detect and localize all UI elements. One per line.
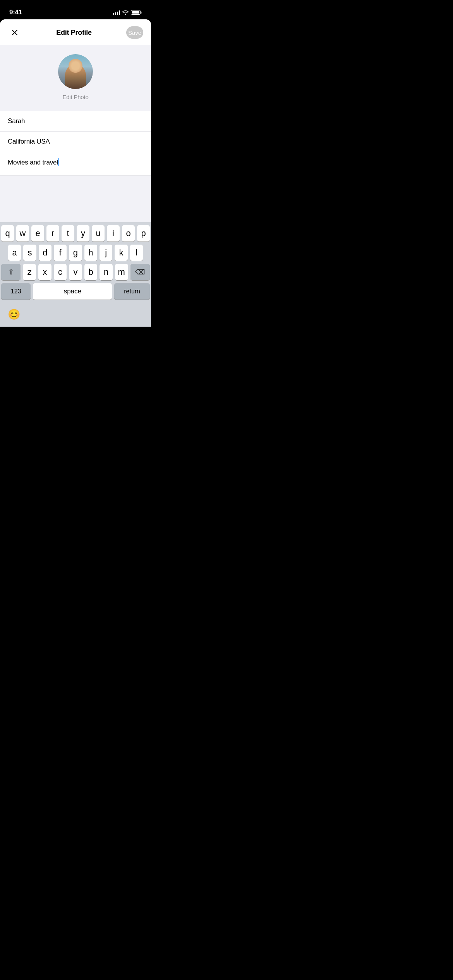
return-key[interactable]: return xyxy=(114,283,150,300)
key-v[interactable]: v xyxy=(69,264,82,280)
key-x[interactable]: x xyxy=(38,264,51,280)
key-i[interactable]: i xyxy=(107,225,120,242)
delete-key[interactable]: ⌫ xyxy=(130,264,150,280)
key-z[interactable]: z xyxy=(23,264,36,280)
key-d[interactable]: d xyxy=(39,245,51,261)
signal-icon xyxy=(113,10,120,15)
key-l[interactable]: l xyxy=(130,245,143,261)
emoji-icon: 😊 xyxy=(8,308,20,320)
profile-section: Edit Photo xyxy=(0,45,151,111)
page-title: Edit Profile xyxy=(56,29,91,37)
key-s[interactable]: s xyxy=(23,245,36,261)
keyboard: q w e r t y u i o p a s d f g h j k l ⇧ … xyxy=(0,222,151,304)
key-p[interactable]: p xyxy=(137,225,150,242)
status-bar: 9:41 xyxy=(0,0,151,19)
header: Edit Profile Save xyxy=(0,19,151,45)
key-u[interactable]: u xyxy=(92,225,105,242)
emoji-button[interactable]: 😊 xyxy=(6,307,22,322)
empty-area xyxy=(0,176,151,222)
home-indicator xyxy=(0,324,151,327)
key-a[interactable]: a xyxy=(8,245,21,261)
key-o[interactable]: o xyxy=(122,225,135,242)
name-input[interactable] xyxy=(8,117,143,125)
key-k[interactable]: k xyxy=(115,245,127,261)
location-input[interactable] xyxy=(8,138,143,146)
edit-photo-label[interactable]: Edit Photo xyxy=(62,94,88,100)
key-w[interactable]: w xyxy=(16,225,29,242)
numbers-key[interactable]: 123 xyxy=(1,283,31,300)
key-e[interactable]: e xyxy=(31,225,44,242)
key-f[interactable]: f xyxy=(54,245,67,261)
bio-field-row: Movies and travel xyxy=(0,152,151,176)
battery-icon xyxy=(131,10,142,15)
save-label: Save xyxy=(128,29,141,36)
status-time: 9:41 xyxy=(9,9,22,16)
shift-key[interactable]: ⇧ xyxy=(1,264,21,280)
name-field-row xyxy=(0,111,151,132)
main-sheet: Edit Profile Save Edit Photo Movies and … xyxy=(0,19,151,327)
close-button[interactable] xyxy=(8,26,22,39)
bio-input[interactable]: Movies and travel xyxy=(8,158,143,169)
wifi-icon xyxy=(122,10,129,15)
key-r[interactable]: r xyxy=(46,225,59,242)
key-y[interactable]: y xyxy=(77,225,89,242)
key-q[interactable]: q xyxy=(1,225,14,242)
key-h[interactable]: h xyxy=(84,245,97,261)
key-t[interactable]: t xyxy=(62,225,74,242)
location-field-row xyxy=(0,132,151,152)
keyboard-row-2: a s d f g h j k l xyxy=(1,245,150,261)
keyboard-row-1: q w e r t y u i o p xyxy=(1,225,150,242)
avatar-image xyxy=(58,54,93,89)
key-b[interactable]: b xyxy=(84,264,98,280)
form-fields: Movies and travel xyxy=(0,111,151,176)
key-g[interactable]: g xyxy=(69,245,82,261)
space-key[interactable]: space xyxy=(33,283,112,300)
key-n[interactable]: n xyxy=(100,264,113,280)
text-cursor xyxy=(58,158,59,166)
save-button[interactable]: Save xyxy=(126,26,143,39)
bottom-bar: 😊 xyxy=(0,304,151,324)
key-c[interactable]: c xyxy=(54,264,67,280)
key-j[interactable]: j xyxy=(100,245,112,261)
keyboard-row-3: ⇧ z x c v b n m ⌫ xyxy=(1,264,150,280)
keyboard-row-4: 123 space return xyxy=(1,283,150,300)
key-m[interactable]: m xyxy=(115,264,128,280)
avatar[interactable] xyxy=(58,54,93,89)
status-icons xyxy=(113,10,142,15)
